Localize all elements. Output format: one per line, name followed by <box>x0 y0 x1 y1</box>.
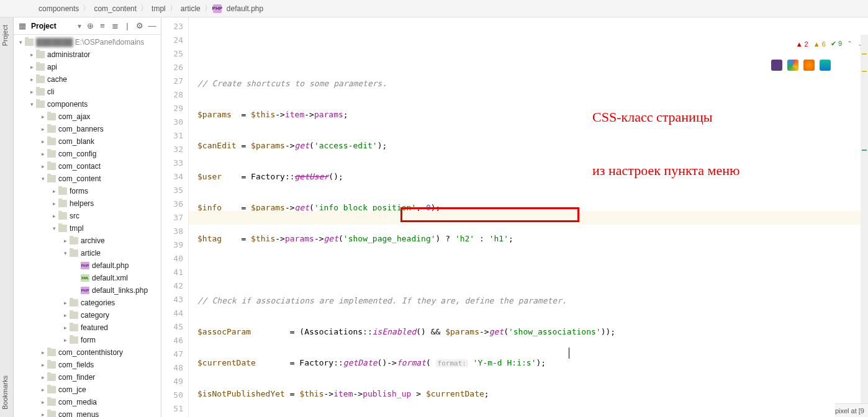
crumb-com-content[interactable]: com_content <box>91 4 139 13</box>
tree-article[interactable]: ▾article <box>14 247 161 259</box>
breadcrumb: components〉 com_content〉 tmpl〉 article〉 … <box>36 3 266 14</box>
settings-icon[interactable]: ⚙ <box>133 20 146 32</box>
tree-item[interactable]: ▸com_finder <box>14 371 161 383</box>
tree-file-default-xml[interactable]: XMLdefault.xml <box>14 272 161 284</box>
tree-item[interactable]: ▸com_ajax <box>14 110 161 123</box>
project-header: ▦ Project ▾ ⊕ ≡ ≣ | ⚙ — <box>14 17 161 35</box>
status-bar: pixel at [9 <box>835 403 868 417</box>
tree-item[interactable]: ▸com_config <box>14 148 161 160</box>
tree-item[interactable]: ▸com_blank <box>14 135 161 148</box>
tree-item[interactable]: ▸com_banners <box>14 123 161 135</box>
tree-tmpl[interactable]: ▾tmpl <box>14 222 161 235</box>
project-tool-tab[interactable]: Project <box>0 20 13 51</box>
tree-item[interactable]: ▸com_menus <box>14 408 161 417</box>
tree-root[interactable]: ▾███████ E:\OSPanel\domains <box>14 36 161 48</box>
tree-item[interactable]: ▸forms <box>14 185 161 197</box>
crumb-components[interactable]: components <box>36 4 81 13</box>
tree-item[interactable]: ▸com_jce <box>14 383 161 396</box>
project-panel: ▦ Project ▾ ⊕ ≡ ≣ | ⚙ — ▾███████ E:\OSPa… <box>14 17 161 417</box>
tree-item[interactable]: ▸src <box>14 210 161 222</box>
tool-window-bar: Project Bookmarks <box>0 17 14 417</box>
tree-item[interactable]: ▸featured <box>14 321 161 334</box>
locate-icon[interactable]: ⊕ <box>84 20 96 32</box>
collapse-all-icon[interactable]: ≣ <box>109 20 121 32</box>
project-tree[interactable]: ▾███████ E:\OSPanel\domains ▸administrat… <box>14 35 161 417</box>
text-cursor <box>569 348 569 359</box>
tree-item[interactable]: ▸administrator <box>14 48 161 61</box>
bookmarks-tool-tab[interactable]: Bookmarks <box>0 370 13 415</box>
tree-file-default-links-php[interactable]: PHPdefault_links.php <box>14 284 161 297</box>
tree-file-default-php[interactable]: PHPdefault.php <box>14 259 161 272</box>
hide-icon[interactable]: — <box>146 20 158 32</box>
editor: ▲ 2 ▲ 6 ✔ 9 ⌃ ⌄ 232425262728293031323334… <box>161 17 868 417</box>
tree-item[interactable]: ▸com_contenthistory <box>14 346 161 359</box>
tree-item[interactable]: ▸helpers <box>14 197 161 210</box>
tree-item[interactable]: ▸com_contact <box>14 160 161 173</box>
tree-item[interactable]: ▸com_media <box>14 396 161 408</box>
project-title: Project <box>31 22 78 30</box>
tree-item[interactable]: ▸archive <box>14 235 161 247</box>
tree-components[interactable]: ▾components <box>14 98 161 110</box>
project-view-icon[interactable]: ▦ <box>16 20 29 32</box>
gutter[interactable]: 2324252627282930313233343536373839404142… <box>161 17 189 417</box>
crumb-article[interactable]: article <box>178 4 203 13</box>
separator: | <box>121 20 133 32</box>
tree-item[interactable]: ▸cache <box>14 73 161 86</box>
code-area[interactable]: // Create shortcuts to some parameters. … <box>189 17 868 417</box>
tree-item[interactable]: ▸category <box>14 309 161 321</box>
tree-item[interactable]: ▸categories <box>14 297 161 309</box>
expand-all-icon[interactable]: ≡ <box>96 20 109 32</box>
tree-item[interactable]: ▸api <box>14 61 161 73</box>
tree-item[interactable]: ▸form <box>14 334 161 346</box>
crumb-tmpl[interactable]: tmpl <box>149 4 168 13</box>
tree-item[interactable]: ▸cli <box>14 86 161 98</box>
tree-item[interactable]: ▸com_fields <box>14 359 161 371</box>
php-file-icon: PHP <box>213 4 222 13</box>
tree-com-content[interactable]: ▾com_content <box>14 173 161 185</box>
scrollbar[interactable] <box>861 35 868 403</box>
top-bar: components〉 com_content〉 tmpl〉 article〉 … <box>0 0 868 17</box>
crumb-file[interactable]: default.php <box>224 4 266 13</box>
